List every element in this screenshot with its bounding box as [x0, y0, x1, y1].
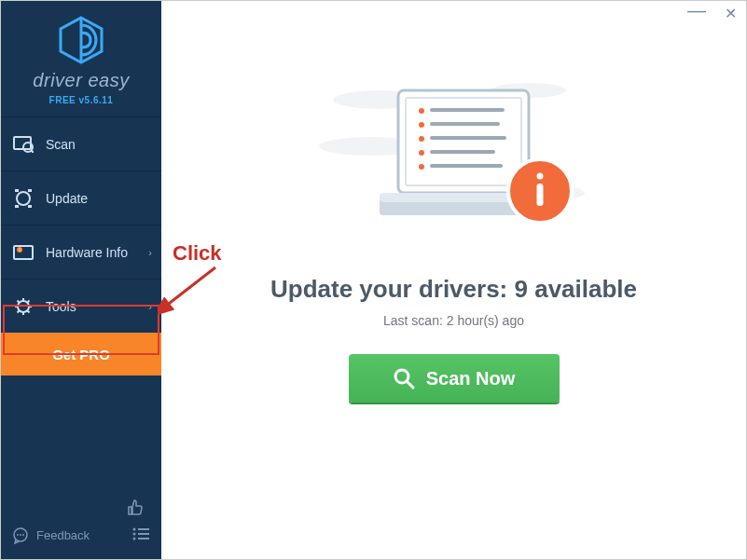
svg-point-37	[419, 150, 424, 156]
feedback-button[interactable]: Feedback	[12, 527, 90, 544]
svg-rect-8	[28, 205, 32, 208]
svg-point-12	[18, 301, 29, 312]
search-icon	[393, 367, 415, 389]
headline: Update your drivers: 9 available	[270, 275, 637, 304]
sidebar-item-update[interactable]: Update	[1, 171, 161, 225]
svg-point-19	[133, 533, 136, 536]
svg-rect-38	[430, 150, 495, 154]
main-panel: Update your drivers: 9 available Last sc…	[161, 1, 746, 559]
headline-count: 9	[514, 275, 527, 303]
laptop-illustration	[314, 72, 594, 253]
svg-point-42	[536, 173, 543, 180]
svg-rect-6	[28, 189, 32, 192]
svg-point-21	[133, 538, 136, 540]
svg-rect-9	[14, 246, 33, 259]
svg-point-35	[419, 136, 424, 142]
sidebar-item-hardware-info[interactable]: i Hardware Info ›	[1, 225, 161, 279]
sidebar-item-label: Tools	[46, 299, 76, 314]
svg-rect-18	[138, 528, 149, 530]
window-controls: — ✕	[687, 7, 737, 25]
chevron-right-icon: ›	[148, 247, 152, 258]
svg-line-3	[31, 150, 34, 153]
svg-rect-40	[430, 164, 503, 168]
app-logo-icon	[57, 16, 105, 64]
svg-rect-5	[15, 189, 19, 192]
svg-rect-34	[430, 122, 500, 126]
svg-rect-7	[15, 205, 19, 208]
last-scan-text: Last scan: 2 hour(s) ago	[383, 313, 524, 328]
get-pro-button[interactable]: Get PRO	[1, 333, 161, 376]
svg-rect-32	[430, 108, 505, 112]
feedback-label: Feedback	[36, 528, 90, 542]
svg-rect-36	[430, 136, 506, 140]
sidebar-item-label: Hardware Info	[46, 245, 128, 260]
get-pro-label: Get PRO	[52, 347, 110, 362]
brand-text: driver easy	[1, 70, 161, 91]
sidebar-item-tools[interactable]: Tools ›	[1, 279, 161, 333]
list-icon[interactable]	[131, 526, 150, 544]
tools-icon	[12, 295, 35, 318]
svg-point-4	[17, 192, 30, 205]
svg-line-46	[165, 267, 215, 307]
headline-prefix: Update your drivers:	[270, 275, 515, 303]
svg-point-31	[419, 108, 424, 114]
svg-point-17	[133, 528, 136, 531]
hardware-icon: i	[12, 241, 35, 264]
sidebar-item-label: Scan	[46, 137, 76, 152]
headline-suffix: available	[528, 275, 637, 303]
minimize-button[interactable]: —	[687, 1, 706, 20]
svg-point-33	[419, 122, 424, 128]
scan-now-label: Scan Now	[426, 368, 516, 389]
thumbs-up-icon[interactable]	[126, 499, 145, 521]
app-window: — ✕ driver easy FREE v5.6.11 Scan Updat	[0, 0, 747, 560]
version-text: FREE v5.6.11	[1, 95, 161, 105]
chevron-right-icon: ›	[148, 301, 152, 312]
svg-line-45	[407, 381, 413, 388]
update-icon	[12, 187, 35, 210]
sidebar: driver easy FREE v5.6.11 Scan Update i H…	[1, 1, 161, 559]
svg-point-15	[20, 534, 21, 536]
sidebar-bottom: Feedback	[1, 489, 161, 559]
sidebar-item-scan[interactable]: Scan	[1, 116, 161, 171]
close-button[interactable]: ✕	[725, 7, 737, 25]
svg-text:i: i	[19, 247, 20, 253]
sidebar-item-label: Update	[46, 191, 88, 206]
svg-rect-20	[138, 533, 149, 535]
annotation-arrow-icon	[158, 262, 223, 318]
svg-rect-43	[536, 184, 543, 206]
svg-rect-22	[138, 538, 149, 540]
svg-point-16	[22, 534, 24, 536]
scan-now-button[interactable]: Scan Now	[349, 354, 560, 403]
logo-block: driver easy FREE v5.6.11	[1, 1, 161, 116]
svg-point-39	[419, 164, 424, 170]
svg-point-14	[17, 534, 19, 536]
chat-icon	[12, 527, 29, 544]
scan-icon	[12, 133, 35, 156]
